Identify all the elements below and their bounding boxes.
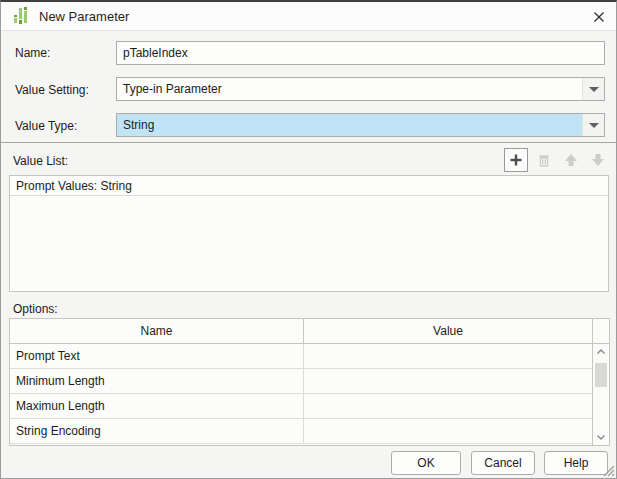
arrow-up-icon	[563, 152, 579, 168]
close-icon	[593, 11, 605, 23]
chevron-up-icon	[595, 346, 607, 358]
value-list-item[interactable]: Prompt Values: String	[10, 176, 608, 196]
section-separator	[1, 142, 616, 143]
options-table-header: Name Value	[10, 319, 609, 344]
option-name-cell: String Encoding	[10, 419, 304, 443]
move-down-button[interactable]	[586, 148, 610, 172]
resize-grip[interactable]	[601, 463, 615, 477]
trash-icon	[536, 152, 552, 168]
column-header-value: Value	[304, 319, 593, 343]
value-setting-dropdown-button[interactable]	[582, 78, 604, 100]
option-value-cell[interactable]	[304, 344, 593, 368]
table-row[interactable]: Minimum Length	[10, 369, 609, 394]
table-scrollbar[interactable]	[592, 344, 609, 445]
value-setting-combo[interactable]: Type-in Parameter	[116, 77, 605, 101]
new-parameter-dialog: New Parameter Name: Value Setting: Type-…	[0, 0, 617, 479]
column-header-name: Name	[10, 319, 304, 343]
value-setting-label: Value Setting:	[15, 82, 89, 98]
ok-button[interactable]: OK	[391, 451, 461, 475]
table-row[interactable]: String Encoding	[10, 419, 609, 444]
table-row[interactable]: Maximun Length	[10, 394, 609, 419]
value-type-selected: String	[117, 114, 582, 136]
add-value-button[interactable]	[504, 148, 528, 172]
options-table: Name Value Prompt Text Minimum Length Ma…	[9, 318, 610, 446]
scrollbar-thumb[interactable]	[595, 363, 607, 387]
close-button[interactable]	[582, 2, 616, 31]
option-value-cell[interactable]	[304, 394, 593, 418]
scroll-down-button[interactable]	[593, 429, 609, 445]
value-list-label: Value List:	[13, 153, 68, 169]
options-label: Options:	[13, 301, 58, 317]
value-type-label: Value Type:	[15, 118, 77, 134]
chevron-down-icon	[595, 431, 607, 443]
delete-value-button[interactable]	[532, 148, 556, 172]
option-name-cell: Minimum Length	[10, 369, 304, 393]
chevron-down-icon	[589, 87, 599, 92]
window-title: New Parameter	[39, 9, 129, 24]
option-value-cell[interactable]	[304, 419, 593, 443]
scroll-up-button[interactable]	[593, 344, 609, 360]
help-button[interactable]: Help	[544, 451, 608, 475]
value-setting-selected: Type-in Parameter	[117, 78, 582, 100]
option-name-cell: Prompt Text	[10, 344, 304, 368]
title-bar: New Parameter	[1, 2, 616, 31]
plus-icon	[509, 153, 523, 167]
option-name-cell: Maximun Length	[10, 394, 304, 418]
value-type-dropdown-button[interactable]	[582, 114, 604, 136]
option-value-cell[interactable]	[304, 369, 593, 393]
arrow-down-icon	[590, 152, 606, 168]
name-input[interactable]	[116, 41, 605, 65]
table-row[interactable]: Prompt Text	[10, 344, 609, 369]
move-up-button[interactable]	[559, 148, 583, 172]
value-type-combo[interactable]: String	[116, 113, 605, 137]
name-label: Name:	[15, 45, 50, 61]
header-scroll-spacer	[593, 319, 609, 343]
parameter-icon	[13, 7, 29, 25]
cancel-button[interactable]: Cancel	[471, 451, 535, 475]
chevron-down-icon	[589, 123, 599, 128]
value-list-box[interactable]: Prompt Values: String	[9, 175, 609, 292]
